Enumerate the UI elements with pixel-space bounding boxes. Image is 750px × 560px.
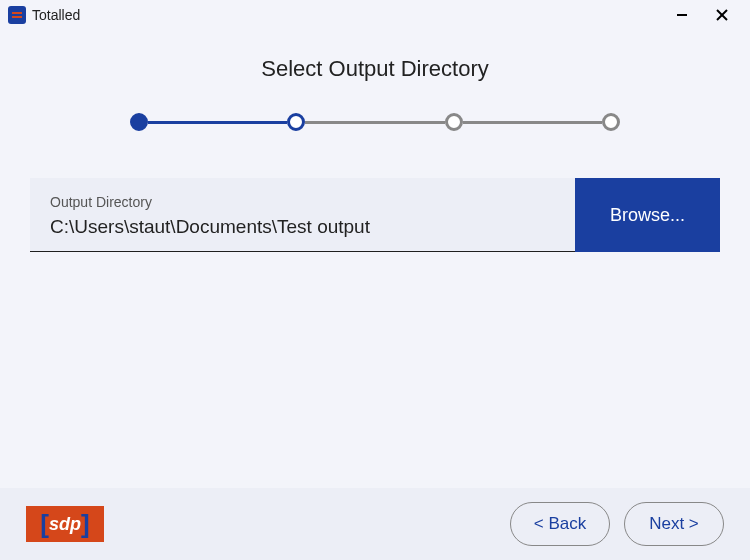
minimize-button[interactable] xyxy=(662,1,702,29)
output-directory-row: Output Directory Browse... xyxy=(30,178,720,252)
close-icon xyxy=(715,8,729,22)
step-node-1 xyxy=(130,113,148,131)
app-window: Totalled Select Output Directory Output … xyxy=(0,0,750,560)
app-icon xyxy=(8,6,26,24)
logo-text: sdp xyxy=(49,514,81,535)
next-button[interactable]: Next > xyxy=(624,502,724,546)
back-button[interactable]: < Back xyxy=(510,502,610,546)
minimize-icon xyxy=(675,8,689,22)
close-button[interactable] xyxy=(702,1,742,29)
step-node-2 xyxy=(287,113,305,131)
output-directory-label: Output Directory xyxy=(50,194,555,210)
step-line-2 xyxy=(305,121,444,124)
content-area: Select Output Directory Output Directory… xyxy=(0,30,750,488)
logo-bracket-right: ] xyxy=(81,509,90,540)
step-line-3 xyxy=(463,121,602,124)
output-directory-field[interactable]: Output Directory xyxy=(30,178,575,252)
window-title: Totalled xyxy=(32,7,80,23)
page-title: Select Output Directory xyxy=(261,56,488,82)
step-node-3 xyxy=(445,113,463,131)
output-directory-input[interactable] xyxy=(50,216,555,238)
step-node-4 xyxy=(602,113,620,131)
sdp-logo: [ sdp ] xyxy=(26,506,104,542)
browse-button[interactable]: Browse... xyxy=(575,178,720,252)
logo-bracket-left: [ xyxy=(40,509,49,540)
titlebar: Totalled xyxy=(0,0,750,30)
footer: [ sdp ] < Back Next > xyxy=(0,488,750,560)
step-line-1 xyxy=(148,121,287,124)
progress-stepper xyxy=(130,110,620,134)
